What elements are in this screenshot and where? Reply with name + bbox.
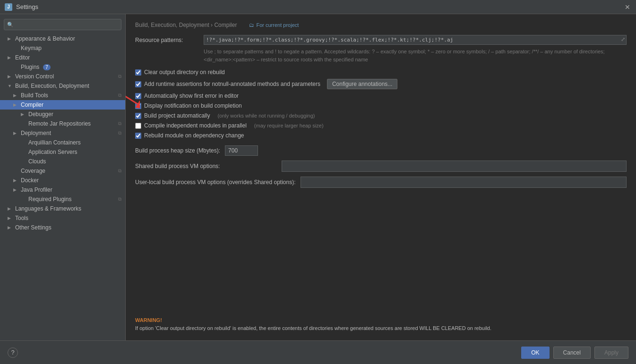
sidebar-item-label: Plugins (21, 64, 39, 70)
copy-icon: ⧉ (118, 130, 121, 136)
show-first-error-checkbox[interactable] (135, 93, 141, 99)
sidebar-item-label: Clouds (28, 158, 46, 165)
sidebar-item-tools[interactable]: ▶ Tools (0, 213, 125, 223)
sidebar-item-label: Version Control (15, 73, 54, 80)
sidebar-item-keymap[interactable]: Keymap (0, 43, 125, 53)
resource-hint-text: Use ; to separate patterns and ! to nega… (204, 49, 605, 62)
search-box[interactable]: 🔍 (4, 19, 121, 30)
sidebar-item-label: Debugger (28, 111, 53, 118)
arrow-icon: ▶ (13, 102, 19, 107)
sidebar-item-languages[interactable]: ▶ Languages & Frameworks (0, 204, 125, 213)
display-notification-checkbox[interactable] (135, 103, 141, 109)
help-button[interactable]: ? (8, 347, 18, 358)
checkbox-rebuild-module: Rebuild module on dependency change (135, 132, 627, 139)
build-auto-note: (only works while not running / debuggin… (217, 113, 315, 119)
app-icon: J (5, 3, 12, 11)
rebuild-module-label: Rebuild module on dependency change (144, 132, 244, 139)
sidebar-item-label: Build, Execution, Deployment (15, 83, 89, 89)
sidebar: 🔍 ▶ Appearance & Behavior Keymap ▶ Edito… (0, 14, 126, 340)
project-icon: 🗂 (249, 22, 254, 28)
sidebar-item-plugins[interactable]: Plugins 7 (0, 62, 125, 72)
sidebar-item-compiler[interactable]: ▶ Compiler (0, 100, 125, 110)
checkbox-clear-output: Clear output directory on rebuild (135, 69, 627, 76)
sidebar-item-label: Remote Jar Repositories (28, 120, 91, 127)
sidebar-item-label: Tools (15, 215, 28, 221)
sidebar-item-label: Required Plugins (28, 196, 71, 203)
sidebar-item-app-servers[interactable]: Application Servers (0, 147, 125, 157)
plugins-badge: 7 (43, 64, 51, 70)
arrow-icon: ▶ (8, 216, 13, 220)
search-input[interactable] (16, 21, 118, 28)
shared-vm-row: Shared build process VM options: (135, 161, 627, 172)
clear-output-label: Clear output directory on rebuild (144, 69, 225, 76)
sidebar-item-appearance[interactable]: ▶ Appearance & Behavior (0, 34, 125, 43)
sidebar-item-required-plugins[interactable]: Required Plugins ⧉ (0, 195, 125, 204)
show-first-error-label: Automatically show first error in editor (144, 93, 239, 99)
breadcrumb: Build, Execution, Deployment › Compiler … (135, 22, 627, 28)
heap-input[interactable] (225, 145, 258, 156)
sidebar-item-label: Languages & Frameworks (15, 205, 81, 212)
sidebar-item-coverage[interactable]: Coverage ⧉ (0, 166, 125, 176)
resource-patterns-label: Resource patterns: (135, 35, 204, 43)
window-title: Settings (16, 3, 38, 10)
apply-button[interactable]: Apply (594, 347, 628, 359)
copy-icon: ⧉ (118, 93, 121, 98)
sidebar-item-editor[interactable]: ▶ Editor (0, 53, 125, 62)
sidebar-item-deployment[interactable]: ▶ Deployment ⧉ (0, 128, 125, 138)
sidebar-item-build-exec[interactable]: ▼ Build, Execution, Deployment (0, 81, 125, 91)
for-project-label: 🗂 For current project (249, 22, 299, 28)
resource-patterns-input[interactable] (204, 35, 627, 45)
configure-annotations-button[interactable]: Configure annotations... (327, 79, 397, 89)
sidebar-item-arquillian[interactable]: Arquillian Containers (0, 138, 125, 147)
cancel-button[interactable]: Cancel (553, 347, 591, 359)
sidebar-item-label: Java Profiler (21, 186, 52, 193)
sidebar-item-label: Appearance & Behavior (15, 35, 75, 42)
rebuild-module-checkbox[interactable] (135, 133, 141, 139)
sidebar-item-debugger[interactable]: ▶ Debugger (0, 110, 125, 119)
compile-parallel-label: Compile independent modules in parallel (144, 122, 247, 129)
content-area: Build, Execution, Deployment › Compiler … (126, 14, 636, 340)
runtime-assertions-label: Add runtime assertions for notnull-annot… (144, 81, 320, 87)
copy-icon: ⧉ (118, 74, 121, 79)
arrow-icon: ▶ (13, 178, 19, 183)
compile-parallel-note: (may require larger heap size) (254, 123, 324, 128)
shared-vm-label: Shared build process VM options: (135, 163, 277, 169)
sidebar-item-build-tools[interactable]: ▶ Build Tools ⧉ (0, 91, 125, 100)
sidebar-item-clouds[interactable]: Clouds (0, 157, 125, 166)
checkbox-compile-parallel: Compile independent modules in parallel … (135, 122, 627, 129)
copy-icon: ⧉ (118, 121, 121, 127)
sidebar-item-label: Keymap (21, 45, 42, 51)
arrow-icon: ▶ (8, 206, 13, 211)
sidebar-item-label: Arquillian Containers (28, 139, 81, 146)
runtime-assertions-checkbox[interactable] (135, 81, 141, 87)
close-button[interactable]: ✕ (624, 3, 631, 11)
shared-vm-input[interactable] (282, 161, 627, 172)
clear-output-checkbox[interactable] (135, 69, 141, 76)
sidebar-item-label: Coverage (21, 168, 45, 174)
sidebar-item-other-settings[interactable]: ▶ Other Settings (0, 223, 125, 232)
user-local-vm-input[interactable] (301, 177, 627, 188)
checkbox-runtime-assertions: Add runtime assertions for notnull-annot… (135, 79, 627, 89)
sidebar-item-label: Compiler (21, 102, 43, 108)
sidebar-item-remote-jar[interactable]: Remote Jar Repositories ⧉ (0, 119, 125, 128)
compile-parallel-checkbox[interactable] (135, 123, 141, 129)
sidebar-item-label: Build Tools (21, 92, 48, 99)
build-auto-checkbox[interactable] (135, 113, 141, 119)
warning-title: WARNING! (135, 316, 627, 325)
sidebar-item-docker[interactable]: ▶ Docker (0, 176, 125, 185)
search-icon: 🔍 (7, 22, 14, 28)
warning-text: If option 'Clear output directory on reb… (135, 324, 627, 333)
expand-icon[interactable]: ⤢ (621, 36, 625, 42)
arrow-icon: ▶ (8, 74, 13, 79)
user-local-vm-row: User-local build process VM options (ove… (135, 177, 627, 188)
sidebar-item-label: Editor (15, 54, 30, 61)
ok-button[interactable]: OK (521, 347, 549, 359)
sidebar-item-version-control[interactable]: ▶ Version Control ⧉ (0, 72, 125, 81)
arrow-icon: ▶ (13, 187, 19, 192)
build-heap-row: Build process heap size (Mbytes): (135, 145, 627, 156)
bottom-buttons: OK Cancel Apply (521, 347, 628, 359)
checkbox-build-auto: Build project automatically (only works … (135, 112, 627, 119)
copy-icon: ⧉ (118, 196, 121, 202)
sidebar-item-java-profiler[interactable]: ▶ Java Profiler (0, 185, 125, 195)
bottom-bar: ? OK Cancel Apply (0, 340, 636, 364)
